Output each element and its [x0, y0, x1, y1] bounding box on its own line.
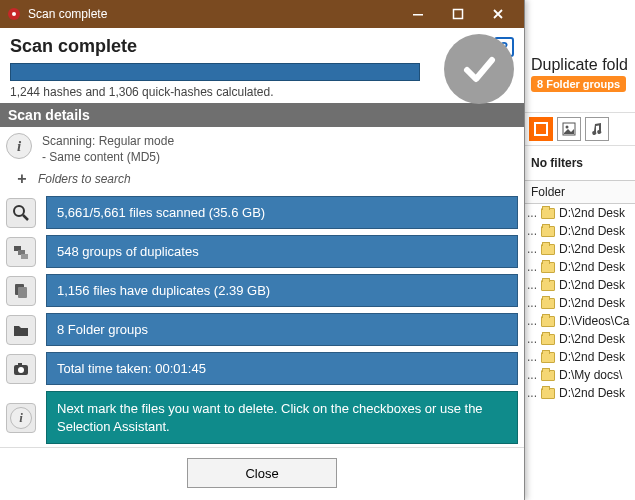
- folder-icon-small: [541, 370, 555, 381]
- magnifier-icon: [6, 198, 36, 228]
- bg-folder-path: D:\2nd Desk: [559, 278, 625, 292]
- folder-icon-small: [541, 244, 555, 255]
- ellipsis: ...: [527, 350, 537, 364]
- bg-folder-groups-badge: 8 Folder groups: [531, 76, 626, 92]
- svg-rect-11: [21, 254, 28, 259]
- bg-column-header-folder[interactable]: Folder: [525, 180, 635, 204]
- bg-folder-row[interactable]: ...D:\Videos\Ca: [525, 312, 635, 330]
- stat-duplicate-files-text: 1,156 files have duplicates (2.39 GB): [46, 274, 518, 307]
- stat-duplicate-groups: 548 groups of duplicates: [0, 232, 524, 271]
- folder-icon-small: [541, 298, 555, 309]
- info-icon: i: [6, 133, 32, 159]
- bg-page-title: Duplicate fold: [525, 50, 635, 76]
- progress-bar: [10, 63, 420, 81]
- camera-icon: [6, 354, 36, 384]
- bg-folder-path: D:\2nd Desk: [559, 242, 625, 256]
- bg-folder-path: D:\My docs\: [559, 368, 622, 382]
- stat-files-scanned-text: 5,661/5,661 files scanned (35.6 GB): [46, 196, 518, 229]
- stat-time-taken-text: Total time taken: 00:01:45: [46, 352, 518, 385]
- info-icon-2: i: [6, 403, 36, 433]
- app-icon: [6, 6, 22, 22]
- bg-folder-row[interactable]: ...D:\2nd Desk: [525, 384, 635, 402]
- bg-folder-row[interactable]: ...D:\2nd Desk: [525, 258, 635, 276]
- bg-folder-row[interactable]: ...D:\2nd Desk: [525, 330, 635, 348]
- stat-duplicate-files: 1,156 files have duplicates (2.39 GB): [0, 271, 524, 310]
- close-window-button[interactable]: [478, 0, 518, 28]
- svg-point-2: [566, 126, 569, 129]
- svg-rect-5: [413, 14, 423, 16]
- bg-folder-path: D:\Videos\Ca: [559, 314, 629, 328]
- ellipsis: ...: [527, 296, 537, 310]
- ellipsis: ...: [527, 224, 537, 238]
- svg-rect-16: [18, 363, 22, 365]
- scan-mode-line1: Scanning: Regular mode: [42, 133, 174, 149]
- bg-folder-row[interactable]: ...D:\2nd Desk: [525, 204, 635, 222]
- svg-point-7: [14, 206, 24, 216]
- bg-folder-path: D:\2nd Desk: [559, 350, 625, 364]
- folder-icon-small: [541, 280, 555, 291]
- stat-folder-groups: 8 Folder groups: [0, 310, 524, 349]
- ellipsis: ...: [527, 332, 537, 346]
- next-step-hint: i Next mark the files you want to delete…: [0, 388, 524, 447]
- folder-icon-small: [541, 352, 555, 363]
- bg-view-music-button[interactable]: [585, 117, 609, 141]
- bg-folder-path: D:\2nd Desk: [559, 206, 625, 220]
- bg-view-image-button[interactable]: [557, 117, 581, 141]
- bg-folder-path: D:\2nd Desk: [559, 296, 625, 310]
- minimize-button[interactable]: [398, 0, 438, 28]
- ellipsis: ...: [527, 260, 537, 274]
- next-step-hint-text: Next mark the files you want to delete. …: [46, 391, 518, 444]
- folder-icon-small: [541, 226, 555, 237]
- checkmark-icon: [444, 34, 514, 104]
- folder-icon-small: [541, 334, 555, 345]
- bg-no-filters-label: No filters: [525, 146, 635, 180]
- folder-icon-small: [541, 316, 555, 327]
- scan-mode-line2: - Same content (MD5): [42, 149, 174, 165]
- scan-mode-text: Scanning: Regular mode - Same content (M…: [42, 133, 174, 165]
- bg-folder-row[interactable]: ...D:\2nd Desk: [525, 348, 635, 366]
- folder-icon-small: [541, 262, 555, 273]
- svg-point-4: [12, 12, 16, 16]
- bg-folder-path: D:\2nd Desk: [559, 224, 625, 238]
- bg-view-all-button[interactable]: [529, 117, 553, 141]
- folder-icon: [6, 315, 36, 345]
- svg-rect-0: [535, 123, 547, 135]
- scan-details-row: i Scanning: Regular mode - Same content …: [0, 127, 524, 169]
- bg-folder-row[interactable]: ...D:\2nd Desk: [525, 240, 635, 258]
- titlebar: Scan complete: [0, 0, 524, 28]
- folder-icon-small: [541, 388, 555, 399]
- files-icon: [6, 276, 36, 306]
- hash-summary-text: 1,244 hashes and 1,306 quick-hashes calc…: [10, 85, 514, 99]
- groups-icon: [6, 237, 36, 267]
- bg-folder-row[interactable]: ...D:\2nd Desk: [525, 222, 635, 240]
- scan-details-header: Scan details: [0, 103, 524, 127]
- bg-folder-list: ...D:\2nd Desk...D:\2nd Desk...D:\2nd De…: [525, 204, 635, 402]
- bg-folder-path: D:\2nd Desk: [559, 332, 625, 346]
- ellipsis: ...: [527, 314, 537, 328]
- close-button[interactable]: Close: [187, 458, 337, 488]
- stat-time-taken: Total time taken: 00:01:45: [0, 349, 524, 388]
- ellipsis: ...: [527, 278, 537, 292]
- ellipsis: ...: [527, 242, 537, 256]
- folders-to-search-label: Folders to search: [38, 172, 131, 186]
- plus-icon: +: [14, 171, 30, 187]
- dialog-heading: Scan complete: [10, 36, 494, 57]
- folder-icon-small: [541, 208, 555, 219]
- ellipsis: ...: [527, 368, 537, 382]
- folders-to-search-row[interactable]: + Folders to search: [0, 169, 524, 193]
- ellipsis: ...: [527, 206, 537, 220]
- bg-folder-row[interactable]: ...D:\2nd Desk: [525, 276, 635, 294]
- bg-view-toolbar: [525, 112, 635, 146]
- stat-duplicate-groups-text: 548 groups of duplicates: [46, 235, 518, 268]
- window-title: Scan complete: [28, 7, 398, 21]
- svg-point-15: [18, 367, 24, 373]
- svg-line-8: [23, 215, 28, 220]
- bg-folder-row[interactable]: ...D:\My docs\: [525, 366, 635, 384]
- bg-folder-row[interactable]: ...D:\2nd Desk: [525, 294, 635, 312]
- bg-folder-path: D:\2nd Desk: [559, 260, 625, 274]
- stat-files-scanned: 5,661/5,661 files scanned (35.6 GB): [0, 193, 524, 232]
- svg-rect-6: [454, 10, 463, 19]
- dialog-header: Scan complete ? 1,244 hashes and 1,306 q…: [0, 28, 524, 103]
- stat-folder-groups-text: 8 Folder groups: [46, 313, 518, 346]
- maximize-button[interactable]: [438, 0, 478, 28]
